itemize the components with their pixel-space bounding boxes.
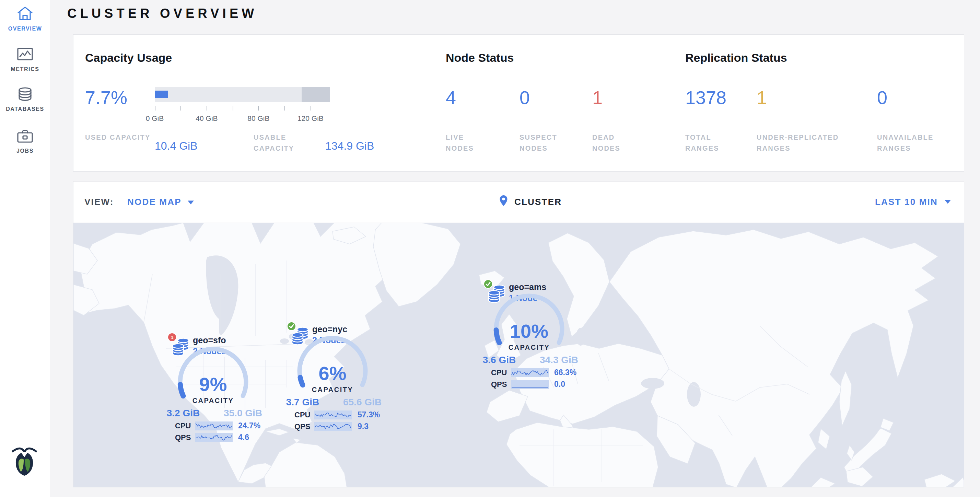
- capacity-axis-label: 0 GiB: [146, 114, 164, 123]
- databases-icon: [17, 87, 33, 102]
- cpu-label: CPU: [175, 422, 195, 430]
- sidebar-item-databases[interactable]: DATABASES: [0, 87, 50, 112]
- world-map-container: 1 geo=sfo 2 Nodes 9% CAPACITY 3.2 GiB 35…: [73, 223, 964, 487]
- capacity-axis-label: 120 GiB: [298, 114, 324, 123]
- capacity-axis-tick: [310, 106, 311, 110]
- sidebar-item-label: METRICS: [0, 66, 50, 72]
- qps-label: QPS: [175, 433, 195, 442]
- cluster-summary-card: Capacity Usage Node Status Replication S…: [73, 34, 964, 172]
- healthy-badge: [484, 279, 493, 289]
- metrics-icon: [17, 47, 33, 62]
- dead-nodes-value: 1: [592, 87, 603, 108]
- total-ranges-value: 1378: [685, 87, 726, 108]
- sidebar-item-label: JOBS: [0, 148, 50, 154]
- capacity-axis-label: 80 GiB: [247, 114, 269, 123]
- qps-sparkline: [314, 422, 352, 431]
- sidebar-item-overview[interactable]: OVERVIEW: [0, 5, 50, 32]
- svg-text:CAPACITY: CAPACITY: [192, 397, 234, 404]
- capacity-used-percent: 7.7%: [85, 87, 127, 108]
- sidebar-item-label: OVERVIEW: [0, 26, 50, 32]
- time-range-dropdown[interactable]: LAST 10 MIN: [875, 197, 938, 207]
- capacity-bar-axis: 0 GiB40 GiB80 GiB120 GiB: [155, 106, 330, 124]
- qps-sparkline: [511, 380, 549, 389]
- svg-text:9%: 9%: [199, 373, 227, 395]
- chevron-down-icon: [945, 200, 951, 204]
- qps-value: 9.3: [358, 422, 369, 431]
- view-dropdown-value: NODE MAP: [127, 197, 181, 207]
- svg-text:3.7 GiB: 3.7 GiB: [286, 397, 319, 408]
- cockroachdb-logo: [10, 446, 38, 476]
- live-nodes-label: LIVE NODES: [446, 132, 494, 154]
- qps-sparkline: [195, 433, 233, 442]
- unavailable-ranges-value: 0: [877, 87, 887, 108]
- sidebar: OVERVIEW METRICS DATABASES JOBS: [0, 0, 50, 497]
- usable-capacity-value: 134.9 GiB: [325, 140, 374, 152]
- node-status-heading: Node Status: [446, 51, 514, 65]
- cpu-label: CPU: [294, 411, 314, 419]
- svg-text:34.3 GiB: 34.3 GiB: [540, 355, 578, 365]
- sidebar-item-jobs[interactable]: JOBS: [0, 128, 50, 154]
- suspect-nodes-label: SUSPECT NODES: [520, 132, 574, 154]
- suspect-nodes-value: 0: [520, 87, 530, 108]
- capacity-bar: 0 GiB40 GiB80 GiB120 GiB: [155, 87, 330, 124]
- capacity-axis-tick: [207, 106, 207, 110]
- capacity-axis-tick: [258, 106, 259, 110]
- dead-nodes-label: DEAD NODES: [592, 132, 640, 154]
- svg-text:6%: 6%: [319, 362, 347, 384]
- capacity-bar-reserved: [302, 87, 330, 102]
- cpu-value: 66.3%: [554, 368, 576, 377]
- node-map-panel: VIEW: NODE MAP CLUSTER LAST 10 MIN: [73, 181, 964, 487]
- capacity-bar-used: [155, 91, 168, 98]
- unavailable-ranges-label: UNAVAILABLE RANGES: [877, 132, 959, 154]
- replication-heading: Replication Status: [685, 51, 787, 65]
- cpu-sparkline: [195, 422, 233, 430]
- sidebar-item-label: DATABASES: [0, 106, 50, 112]
- capacity-axis-label: 40 GiB: [196, 114, 218, 123]
- svg-text:35.0 GiB: 35.0 GiB: [224, 408, 262, 418]
- svg-text:CAPACITY: CAPACITY: [312, 386, 353, 393]
- capacity-gauge: 10% CAPACITY 3.6 GiB 34.3 GiB: [481, 288, 581, 367]
- under-replicated-ranges-value: 1: [757, 87, 767, 108]
- capacity-heading: Capacity Usage: [85, 51, 172, 65]
- qps-label: QPS: [294, 422, 314, 431]
- cpu-value: 24.7%: [238, 421, 261, 430]
- capacity-axis-tick: [233, 106, 233, 110]
- qps-value: 4.6: [238, 433, 249, 442]
- cpu-label: CPU: [491, 368, 511, 377]
- capacity-bar-track: [155, 87, 330, 102]
- svg-text:65.6 GiB: 65.6 GiB: [343, 397, 382, 408]
- svg-text:CAPACITY: CAPACITY: [509, 344, 550, 351]
- breadcrumb-cluster[interactable]: CLUSTER: [514, 197, 562, 207]
- home-icon: [16, 5, 33, 21]
- svg-text:10%: 10%: [510, 320, 548, 342]
- sidebar-item-metrics[interactable]: METRICS: [0, 47, 50, 72]
- page-title: CLUSTER OVERVIEW: [67, 6, 257, 21]
- capacity-axis-tick: [285, 106, 285, 110]
- chevron-down-icon: [188, 201, 194, 204]
- live-nodes-value: 4: [446, 87, 456, 108]
- usable-capacity-label: USABLE CAPACITY: [254, 132, 320, 154]
- dead-node-badge: 1: [167, 333, 177, 342]
- cpu-value: 57.3%: [358, 410, 380, 419]
- svg-text:3.6 GiB: 3.6 GiB: [483, 355, 516, 365]
- svg-text:3.2 GiB: 3.2 GiB: [167, 408, 200, 418]
- qps-label: QPS: [491, 380, 511, 389]
- used-capacity-label: USED CAPACITY: [85, 132, 152, 143]
- capacity-axis-tick: [180, 106, 181, 110]
- cpu-sparkline: [314, 411, 352, 419]
- capacity-gauge: 6% CAPACITY 3.7 GiB 65.6 GiB: [285, 330, 384, 409]
- jobs-icon: [17, 128, 33, 143]
- capacity-axis-tick: [155, 106, 156, 110]
- map-toolbar: VIEW: NODE MAP CLUSTER LAST 10 MIN: [73, 182, 964, 222]
- view-label: VIEW:: [84, 197, 114, 207]
- location-pin-icon: [499, 195, 508, 209]
- healthy-badge: [287, 322, 296, 331]
- under-replicated-ranges-label: UNDER-REPLICATED RANGES: [757, 132, 870, 154]
- qps-value: 0.0: [554, 380, 565, 389]
- capacity-gauge: 9% CAPACITY 3.2 GiB 35.0 GiB: [165, 341, 264, 421]
- total-ranges-label: TOTAL RANGES: [685, 132, 737, 154]
- used-capacity-value: 10.4 GiB: [155, 140, 198, 152]
- view-dropdown[interactable]: NODE MAP: [127, 197, 194, 207]
- cpu-sparkline: [511, 368, 549, 377]
